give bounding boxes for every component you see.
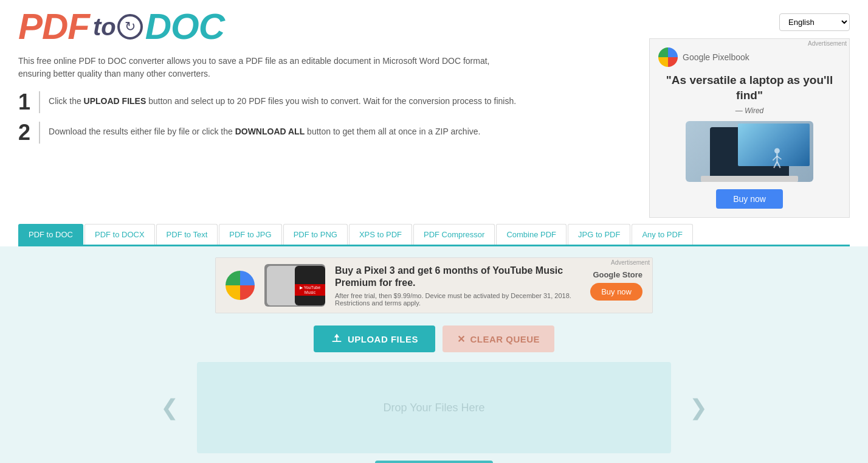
ad-visual xyxy=(686,121,813,182)
description-text: This free online PDF to DOC converter al… xyxy=(18,55,517,80)
step-1: 1 Click the UPLOAD FILES button and sele… xyxy=(18,91,517,113)
step-1-text: Click the UPLOAD FILES button and select… xyxy=(49,91,516,108)
action-buttons: UPLOAD FILES ✕ CLEAR QUEUE xyxy=(18,325,850,352)
step-2-number: 2 xyxy=(18,122,40,144)
laptop-screen xyxy=(710,127,789,176)
tab-any-to-pdf[interactable]: Any to PDF xyxy=(632,224,692,245)
logo-middle: to ↻ xyxy=(91,13,144,41)
svg-marker-8 xyxy=(334,334,339,338)
tab-jpg-to-pdf[interactable]: JPG to PDF xyxy=(568,224,630,245)
ad-buy-button[interactable]: Buy now xyxy=(716,189,783,209)
logo-to: to xyxy=(93,13,116,41)
language-select[interactable]: English Français Deutsch Español Italian… xyxy=(779,13,850,31)
google-logo-icon xyxy=(658,47,678,67)
phone-dark: ▶ YouTube Music xyxy=(295,266,325,305)
upload-icon xyxy=(331,333,343,345)
logo-pdf: PDF xyxy=(18,9,89,45)
ad-banner-label: Advertisement xyxy=(611,259,650,266)
ad-quote: "As versatile a laptop as you'll find" xyxy=(658,73,841,103)
pixelbook-label: Google Pixelbook xyxy=(683,52,749,62)
drop-zone[interactable]: Drop Your Files Here xyxy=(197,362,671,453)
svg-line-4 xyxy=(774,162,777,169)
arrow-right[interactable]: ❯ xyxy=(689,395,708,420)
tab-xps-to-pdf[interactable]: XPS to PDF xyxy=(349,224,412,245)
clear-icon: ✕ xyxy=(457,333,466,345)
tabs-section: PDF to DOC PDF to DOCX PDF to Text PDF t… xyxy=(0,224,868,246)
tab-combine-pdf[interactable]: Combine PDF xyxy=(496,224,567,245)
step-2: 2 Download the results either file by fi… xyxy=(18,122,517,144)
language-dropdown[interactable]: English Français Deutsch Español Italian… xyxy=(779,13,850,31)
step-2-text: Download the results either file by file… xyxy=(49,122,480,138)
right-advertisement: Advertisement Google Pixelbook "As versa… xyxy=(649,38,850,218)
rotate-icon: ↻ xyxy=(117,14,143,40)
runner-icon xyxy=(761,145,788,172)
drop-zone-wrapper: ❮ Drop Your Files Here ❯ xyxy=(160,362,708,453)
logo-doc: DOC xyxy=(145,9,224,45)
tabs-bar: PDF to DOC PDF to DOCX PDF to Text PDF t… xyxy=(18,224,850,246)
arrow-left[interactable]: ❮ xyxy=(160,395,179,420)
download-all-button[interactable]: DOWNLOAD ALL xyxy=(375,461,494,463)
ad-banner-phones: ▶ YouTube Music xyxy=(264,264,325,307)
ad-banner-right: Google Store Buy now xyxy=(590,270,642,301)
ad-banner-title: Buy a Pixel 3 and get 6 months of YouTub… xyxy=(335,265,580,290)
tab-pdf-compressor[interactable]: PDF Compressor xyxy=(413,224,495,245)
ad-banner-google-logo xyxy=(226,271,255,300)
svg-line-5 xyxy=(777,162,780,169)
svg-point-0 xyxy=(774,148,780,154)
ad-banner-text: Buy a Pixel 3 and get 6 months of YouTub… xyxy=(335,265,580,307)
ad-attribution: — Wired xyxy=(735,106,764,115)
ad-label-right: Advertisement xyxy=(808,40,847,47)
upload-section: Advertisement ▶ YouTube Music Buy a Pixe… xyxy=(0,246,868,463)
ad-banner-store: Google Store xyxy=(593,270,642,279)
tab-pdf-to-doc[interactable]: PDF to DOC xyxy=(18,224,83,245)
upload-files-button[interactable]: UPLOAD FILES xyxy=(314,325,435,352)
ad-banner-buy-button[interactable]: Buy now xyxy=(590,283,642,301)
banner-advertisement: Advertisement ▶ YouTube Music Buy a Pixe… xyxy=(215,257,653,313)
steps-section: 1 Click the UPLOAD FILES button and sele… xyxy=(18,91,517,144)
clear-queue-button[interactable]: ✕ CLEAR QUEUE xyxy=(443,325,554,352)
drop-text: Drop Your Files Here xyxy=(383,402,484,414)
tab-pdf-to-png[interactable]: PDF to PNG xyxy=(283,224,348,245)
logo: PDF to ↻ DOC xyxy=(18,9,517,45)
tab-pdf-to-jpg[interactable]: PDF to JPG xyxy=(219,224,281,245)
tab-pdf-to-text[interactable]: PDF to Text xyxy=(156,224,218,245)
laptop-body xyxy=(701,176,798,182)
step-1-number: 1 xyxy=(18,91,40,113)
ad-banner-subtitle: After free trial, then $9.99/mo. Device … xyxy=(335,292,580,307)
tab-pdf-to-docx[interactable]: PDF to DOCX xyxy=(84,224,155,245)
download-all-row: DOWNLOAD ALL xyxy=(18,453,850,463)
ad-right-top: Google Pixelbook xyxy=(658,47,749,67)
